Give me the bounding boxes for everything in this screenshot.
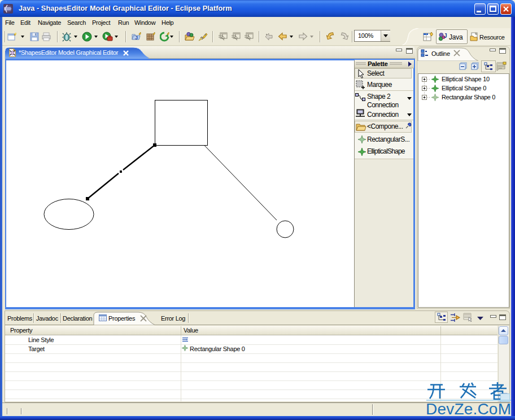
svg-text:J: J xyxy=(135,35,138,41)
svg-text:J: J xyxy=(444,33,447,39)
